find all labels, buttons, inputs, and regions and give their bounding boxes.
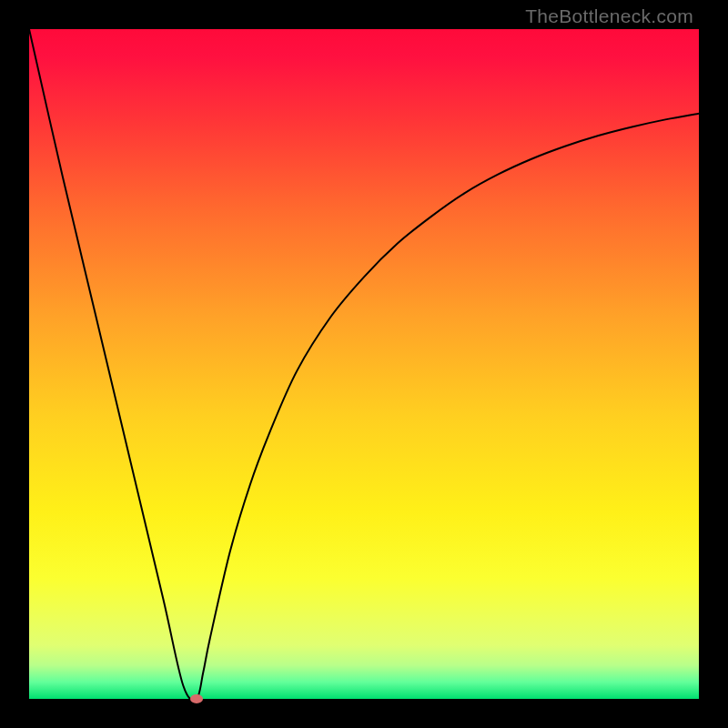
bottleneck-curve [29,29,699,699]
min-marker [190,694,203,703]
chart-plot-area [29,29,699,699]
watermark-label: TheBottleneck.com [525,5,693,27]
